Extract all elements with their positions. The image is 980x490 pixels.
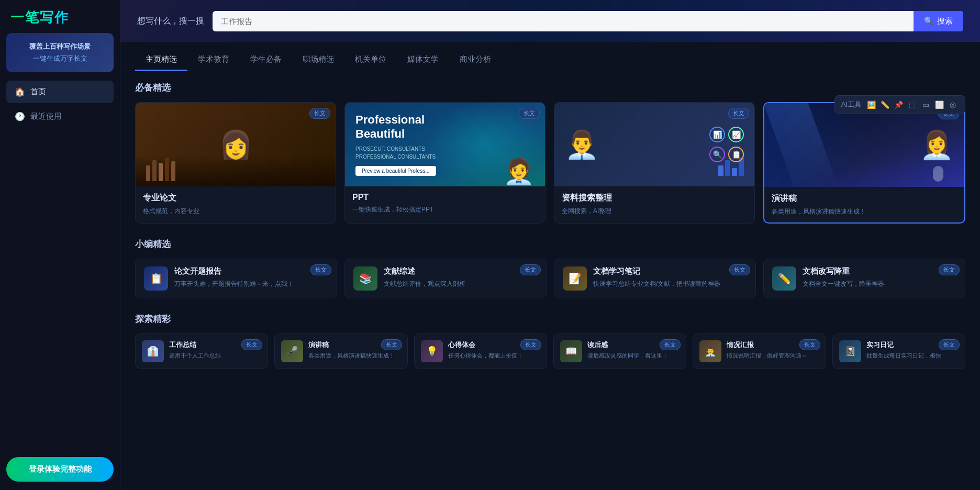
clock-icon: 🕐	[15, 112, 25, 121]
card-reading-desc: 读后感没灵感的同学，看这里！	[587, 352, 668, 360]
ai-toolbar-frame-icon[interactable]: ⬚	[906, 99, 918, 110]
home-icon: 🏠	[15, 87, 25, 97]
card-notes[interactable]: 📝 文档学习笔记 快速学习总结专业文档/文献，把书读薄的神器 长文	[554, 259, 756, 298]
card-experience-desc: 任何心得体会，都能上价值！	[448, 352, 523, 360]
card-intern-title: 实习日记	[866, 340, 941, 350]
card-speech[interactable]: 👩‍💼 长文 演讲稿 各类用途，风格演讲稿快速生成！	[763, 102, 965, 224]
card-paper-body: 专业论文 格式规范，内容专业	[136, 186, 336, 222]
card-experience-title: 心得体会	[448, 340, 523, 350]
card-experience-icon: 💡	[421, 340, 443, 362]
card-notes-content: 文档学习笔记 快速学习总结专业文档/文献，把书读薄的神器	[593, 266, 720, 288]
card-ppt-image: ProfessionalBeautiful PROSECUT: CONSULTA…	[345, 103, 545, 186]
card-situation-desc: 情况说明汇报，做好管理沟通～	[727, 352, 807, 360]
card-paper[interactable]: 👩 长文 专业论文 格式规范，内容专业	[135, 102, 336, 224]
card-situation[interactable]: 👨‍💼 情况汇报 情况说明汇报，做好管理沟通～ 长文	[693, 333, 826, 369]
card-thesis-icon: 📋	[144, 266, 168, 291]
card-work-summary-title: 工作总结	[169, 340, 221, 350]
card-thesis-desc: 万事开头难，开题报告特别难～来，点我！	[174, 280, 294, 288]
card-ppt-badge: 长文	[519, 108, 540, 119]
card-situation-icon: 👨‍💼	[699, 340, 721, 362]
tab-official[interactable]: 机关单位	[344, 49, 397, 71]
card-literature-icon: 📚	[353, 266, 377, 291]
explore-section-title: 探索精彩	[135, 313, 965, 325]
card-intern-desc: 批量生成每日实习日记，极快	[866, 352, 941, 360]
card-data-body: 资料搜索整理 全网搜索，AI整理	[554, 186, 754, 222]
search-label: 想写什么，搜一搜	[137, 16, 204, 27]
card-data-image: 👨‍💼 📊 📈 🔍 📋	[554, 103, 754, 186]
card-reading[interactable]: 📖 读后感 读后感没灵感的同学，看这里！ 长文	[553, 333, 686, 369]
nav-tabs: 主页精选 学术教育 学生必备 职场精选 机关单位 媒体文学 商业分析	[120, 42, 980, 71]
app-logo: 一笔写作	[10, 8, 69, 27]
featured-section-title: 必备精选	[135, 82, 965, 94]
card-literature-content: 文献综述 文献总结评价，观点深入剖析	[384, 266, 465, 288]
tab-academic[interactable]: 学术教育	[187, 49, 240, 71]
card-rewrite-content: 文档改写降重 文档全文一键改写，降重神器	[803, 266, 884, 288]
card-literature-desc: 文献总结评价，观点深入剖析	[384, 280, 465, 288]
card-data-badge: 长文	[728, 108, 749, 119]
search-box: 🔍 搜索	[213, 11, 963, 31]
explore-cards-row: 👔 工作总结 适用于个人工作总结 长文 🎤 演讲稿 各类用途，风格演讲稿快速生成…	[135, 333, 965, 369]
card-work-summary-icon: 👔	[142, 340, 164, 362]
card-situation-content: 情况汇报 情况说明汇报，做好管理沟通～	[727, 340, 807, 360]
card-paper-image: 👩	[136, 103, 336, 186]
card-intern-icon: 📓	[839, 340, 861, 362]
card-work-summary[interactable]: 👔 工作总结 适用于个人工作总结 长文	[135, 333, 268, 369]
card-paper-desc: 格式规范，内容专业	[143, 207, 328, 216]
sidebar-item-home-label: 首页	[30, 87, 46, 97]
ai-toolbar-image-icon[interactable]: 🖼️	[865, 99, 877, 110]
sidebar-item-home[interactable]: 🏠 首页	[6, 81, 114, 103]
card-rewrite-desc: 文档全文一键改写，降重神器	[803, 280, 884, 288]
card-speech2-badge: 长文	[381, 339, 402, 350]
search-btn-label: 搜索	[937, 16, 953, 26]
ai-toolbar-box-icon[interactable]: ⬜	[933, 99, 945, 110]
featured-cards-row: 👩 长文 专业论文 格式规范，内容专业	[135, 102, 965, 224]
card-ppt[interactable]: ProfessionalBeautiful PROSECUT: CONSULTA…	[344, 102, 545, 224]
search-header: 想写什么，搜一搜 🔍 搜索	[120, 0, 980, 42]
ai-toolbar-circle-icon[interactable]: ◎	[947, 99, 959, 110]
card-situation-badge: 长文	[799, 339, 820, 350]
banner-line1: 覆盖上百种写作场景	[15, 40, 105, 52]
card-speech-body: 演讲稿 各类用途，风格演讲稿快速生成！	[764, 187, 964, 222]
card-notes-title: 文档学习笔记	[593, 266, 720, 276]
card-speech2-icon: 🎤	[281, 340, 303, 362]
card-experience-content: 心得体会 任何心得体会，都能上价值！	[448, 340, 523, 360]
tab-home[interactable]: 主页精选	[135, 49, 187, 71]
sidebar-item-recent[interactable]: 🕐 最近使用	[6, 105, 114, 128]
card-thesis[interactable]: 📋 论文开题报告 万事开头难，开题报告特别难～来，点我！ 长文	[135, 259, 337, 298]
sidebar-item-recent-label: 最近使用	[30, 112, 62, 121]
content-area: AI工具 🖼️ ✏️ 📌 ⬚ ▭ ⬜ ◎ 必备精选 👩	[120, 71, 980, 490]
logo-area: 一笔写作	[0, 0, 120, 33]
ai-toolbar-edit-icon[interactable]: ✏️	[879, 99, 890, 110]
card-experience-badge: 长文	[520, 339, 541, 350]
card-thesis-title: 论文开题报告	[174, 266, 294, 276]
card-ppt-title: PPT	[352, 193, 538, 202]
ai-toolbar-pin-icon[interactable]: 📌	[893, 99, 904, 110]
main-content: 想写什么，搜一搜 🔍 搜索 主页精选 学术教育 学生必备 职场精选 机关单位 媒…	[120, 0, 980, 490]
card-speech2-desc: 各类用途，风格演讲稿快速生成！	[308, 352, 395, 360]
card-situation-title: 情况汇报	[727, 340, 807, 350]
ai-toolbar-rect-icon[interactable]: ▭	[920, 99, 931, 110]
sidebar: 一笔写作 覆盖上百种写作场景 一键生成万字长文 🏠 首页 🕐 最近使用 登录体验…	[0, 0, 120, 490]
search-input[interactable]	[213, 12, 914, 31]
card-speech2[interactable]: 🎤 演讲稿 各类用途，风格演讲稿快速生成！ 长文	[274, 333, 407, 369]
card-literature[interactable]: 📚 文献综述 文献总结评价，观点深入剖析 长文	[344, 259, 547, 298]
card-rewrite[interactable]: ✏️ 文档改写降重 文档全文一键改写，降重神器 长文	[763, 259, 965, 298]
card-ppt-desc: 一键快速生成，轻松搞定PPT	[352, 205, 538, 214]
card-rewrite-badge: 长文	[939, 264, 960, 275]
editor-picks-row: 📋 论文开题报告 万事开头难，开题报告特别难～来，点我！ 长文 📚 文献综述 文…	[135, 259, 965, 298]
tab-student[interactable]: 学生必备	[240, 49, 292, 71]
tab-workplace[interactable]: 职场精选	[292, 49, 344, 71]
card-experience[interactable]: 💡 心得体会 任何心得体会，都能上价值！ 长文	[414, 333, 547, 369]
search-button[interactable]: 🔍 搜索	[914, 11, 963, 31]
login-button[interactable]: 登录体验完整功能	[6, 457, 114, 482]
ppt-title-text: ProfessionalBeautiful	[355, 113, 425, 141]
tab-media[interactable]: 媒体文学	[397, 49, 449, 71]
card-work-summary-content: 工作总结 适用于个人工作总结	[169, 340, 221, 360]
ppt-sub-text: PROSECUT: CONSULTANTSPROFESSIONAL CONSUL…	[355, 145, 436, 161]
card-notes-badge: 长文	[729, 264, 750, 275]
card-reading-title: 读后感	[587, 340, 668, 350]
card-data[interactable]: 👨‍💼 📊 📈 🔍 📋	[554, 102, 755, 224]
ppt-presenter-icon: 🧑‍💼	[503, 157, 534, 186]
card-intern[interactable]: 📓 实习日记 批量生成每日实习日记，极快 长文	[832, 333, 965, 369]
tab-business[interactable]: 商业分析	[449, 49, 502, 71]
